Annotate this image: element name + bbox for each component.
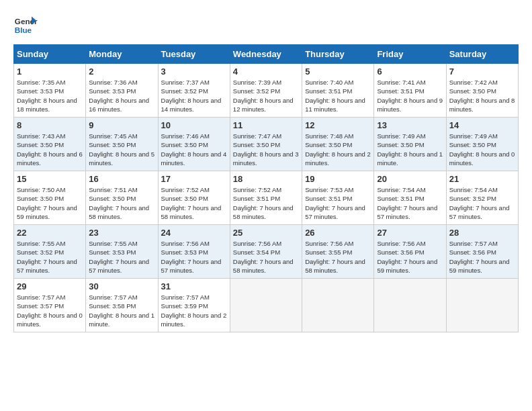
- day-number: 3: [161, 66, 227, 77]
- day-number: 31: [161, 281, 227, 291]
- day-info: Sunrise: 7:51 AMSunset: 3:50 PMDaylight:…: [89, 185, 154, 221]
- calendar-cell: 14Sunrise: 7:49 AMSunset: 3:50 PMDayligh…: [446, 118, 518, 171]
- calendar-cell: 9Sunrise: 7:45 AMSunset: 3:50 PMDaylight…: [86, 118, 158, 171]
- day-info: Sunrise: 7:57 AMSunset: 3:58 PMDaylight:…: [89, 293, 154, 328]
- day-number: 1: [17, 66, 83, 77]
- day-info: Sunrise: 7:37 AMSunset: 3:52 PMDaylight:…: [161, 78, 227, 113]
- day-number: 28: [449, 228, 515, 238]
- day-number: 7: [449, 66, 515, 77]
- calendar-cell: 3Sunrise: 7:37 AMSunset: 3:52 PMDaylight…: [158, 64, 230, 118]
- day-of-week-header: Sunday: [14, 45, 86, 64]
- calendar-cell: 6Sunrise: 7:41 AMSunset: 3:51 PMDaylight…: [374, 64, 446, 118]
- day-number: 18: [233, 174, 299, 184]
- day-number: 8: [17, 120, 83, 130]
- day-info: Sunrise: 7:40 AMSunset: 3:51 PMDaylight:…: [305, 78, 371, 113]
- calendar-cell: 7Sunrise: 7:42 AMSunset: 3:50 PMDaylight…: [446, 64, 518, 118]
- day-info: Sunrise: 7:56 AMSunset: 3:55 PMDaylight:…: [305, 239, 371, 275]
- day-info: Sunrise: 7:43 AMSunset: 3:50 PMDaylight:…: [17, 132, 83, 167]
- day-info: Sunrise: 7:36 AMSunset: 3:53 PMDaylight:…: [89, 78, 154, 113]
- calendar-cell: 2Sunrise: 7:36 AMSunset: 3:53 PMDaylight…: [86, 64, 158, 118]
- calendar-week-row: 1Sunrise: 7:35 AMSunset: 3:53 PMDaylight…: [14, 64, 519, 118]
- day-info: Sunrise: 7:55 AMSunset: 3:53 PMDaylight:…: [89, 239, 154, 275]
- calendar-cell: 22Sunrise: 7:55 AMSunset: 3:52 PMDayligh…: [14, 225, 86, 279]
- day-number: 5: [305, 66, 371, 77]
- day-info: Sunrise: 7:35 AMSunset: 3:53 PMDaylight:…: [17, 78, 83, 113]
- day-info: Sunrise: 7:49 AMSunset: 3:50 PMDaylight:…: [377, 132, 443, 167]
- calendar-cell: 19Sunrise: 7:53 AMSunset: 3:51 PMDayligh…: [302, 171, 374, 225]
- calendar-cell: [230, 279, 302, 332]
- day-info: Sunrise: 7:52 AMSunset: 3:50 PMDaylight:…: [161, 185, 227, 221]
- day-info: Sunrise: 7:57 AMSunset: 3:57 PMDaylight:…: [17, 293, 83, 328]
- calendar-cell: 21Sunrise: 7:54 AMSunset: 3:52 PMDayligh…: [446, 171, 518, 225]
- calendar-week-row: 8Sunrise: 7:43 AMSunset: 3:50 PMDaylight…: [14, 118, 519, 171]
- calendar-cell: 27Sunrise: 7:56 AMSunset: 3:56 PMDayligh…: [374, 225, 446, 279]
- calendar-body: 1Sunrise: 7:35 AMSunset: 3:53 PMDaylight…: [14, 64, 519, 332]
- calendar-cell: 17Sunrise: 7:52 AMSunset: 3:50 PMDayligh…: [158, 171, 230, 225]
- day-info: Sunrise: 7:55 AMSunset: 3:52 PMDaylight:…: [17, 239, 83, 275]
- day-number: 20: [377, 174, 443, 184]
- day-number: 6: [377, 66, 443, 77]
- day-info: Sunrise: 7:39 AMSunset: 3:52 PMDaylight:…: [233, 78, 299, 113]
- day-info: Sunrise: 7:57 AMSunset: 3:56 PMDaylight:…: [449, 239, 515, 275]
- calendar-week-row: 15Sunrise: 7:50 AMSunset: 3:50 PMDayligh…: [14, 171, 519, 225]
- day-info: Sunrise: 7:50 AMSunset: 3:50 PMDaylight:…: [17, 185, 83, 221]
- day-of-week-header: Friday: [374, 45, 446, 64]
- day-of-week-header: Monday: [86, 45, 158, 64]
- calendar-cell: 8Sunrise: 7:43 AMSunset: 3:50 PMDaylight…: [14, 118, 86, 171]
- calendar-cell: 29Sunrise: 7:57 AMSunset: 3:57 PMDayligh…: [14, 279, 86, 332]
- calendar-cell: [374, 279, 446, 332]
- day-number: 29: [17, 281, 83, 291]
- calendar-cell: 25Sunrise: 7:56 AMSunset: 3:54 PMDayligh…: [230, 225, 302, 279]
- calendar-cell: 23Sunrise: 7:55 AMSunset: 3:53 PMDayligh…: [86, 225, 158, 279]
- day-info: Sunrise: 7:56 AMSunset: 3:56 PMDaylight:…: [377, 239, 443, 275]
- day-info: Sunrise: 7:52 AMSunset: 3:51 PMDaylight:…: [233, 185, 299, 221]
- calendar-cell: 1Sunrise: 7:35 AMSunset: 3:53 PMDaylight…: [14, 64, 86, 118]
- calendar-week-row: 29Sunrise: 7:57 AMSunset: 3:57 PMDayligh…: [14, 279, 519, 332]
- logo-icon: General Blue: [13, 13, 38, 38]
- logo: General Blue: [13, 13, 38, 38]
- calendar-cell: 20Sunrise: 7:54 AMSunset: 3:51 PMDayligh…: [374, 171, 446, 225]
- day-info: Sunrise: 7:49 AMSunset: 3:50 PMDaylight:…: [449, 132, 515, 167]
- day-of-week-header: Wednesday: [230, 45, 302, 64]
- day-number: 15: [17, 174, 83, 184]
- calendar-table: SundayMondayTuesdayWednesdayThursdayFrid…: [13, 44, 519, 332]
- day-of-week-header: Tuesday: [158, 45, 230, 64]
- calendar-cell: 26Sunrise: 7:56 AMSunset: 3:55 PMDayligh…: [302, 225, 374, 279]
- day-info: Sunrise: 7:41 AMSunset: 3:51 PMDaylight:…: [377, 78, 443, 113]
- day-number: 30: [89, 281, 154, 291]
- calendar-cell: 11Sunrise: 7:47 AMSunset: 3:50 PMDayligh…: [230, 118, 302, 171]
- calendar-cell: 24Sunrise: 7:56 AMSunset: 3:53 PMDayligh…: [158, 225, 230, 279]
- day-of-week-header: Saturday: [446, 45, 518, 64]
- day-number: 19: [305, 174, 371, 184]
- day-number: 17: [161, 174, 227, 184]
- calendar-cell: 31Sunrise: 7:57 AMSunset: 3:59 PMDayligh…: [158, 279, 230, 332]
- day-number: 24: [161, 228, 227, 238]
- day-number: 2: [89, 66, 154, 77]
- svg-text:Blue: Blue: [15, 26, 32, 34]
- day-info: Sunrise: 7:56 AMSunset: 3:54 PMDaylight:…: [233, 239, 299, 275]
- day-of-week-header: Thursday: [302, 45, 374, 64]
- day-info: Sunrise: 7:56 AMSunset: 3:53 PMDaylight:…: [161, 239, 227, 275]
- calendar-cell: 28Sunrise: 7:57 AMSunset: 3:56 PMDayligh…: [446, 225, 518, 279]
- day-info: Sunrise: 7:42 AMSunset: 3:50 PMDaylight:…: [449, 78, 515, 113]
- calendar-cell: [446, 279, 518, 332]
- day-number: 23: [89, 228, 154, 238]
- calendar-cell: [302, 279, 374, 332]
- day-info: Sunrise: 7:54 AMSunset: 3:51 PMDaylight:…: [377, 185, 443, 221]
- calendar-cell: 5Sunrise: 7:40 AMSunset: 3:51 PMDaylight…: [302, 64, 374, 118]
- day-number: 10: [161, 120, 227, 130]
- day-info: Sunrise: 7:45 AMSunset: 3:50 PMDaylight:…: [89, 132, 154, 167]
- day-number: 22: [17, 228, 83, 238]
- day-info: Sunrise: 7:53 AMSunset: 3:51 PMDaylight:…: [305, 185, 371, 221]
- day-number: 13: [377, 120, 443, 130]
- day-number: 9: [89, 120, 154, 130]
- day-info: Sunrise: 7:46 AMSunset: 3:50 PMDaylight:…: [161, 132, 227, 167]
- page-header: General Blue: [13, 13, 519, 38]
- calendar-cell: 16Sunrise: 7:51 AMSunset: 3:50 PMDayligh…: [86, 171, 158, 225]
- calendar-cell: 13Sunrise: 7:49 AMSunset: 3:50 PMDayligh…: [374, 118, 446, 171]
- day-number: 12: [305, 120, 371, 130]
- calendar-cell: 10Sunrise: 7:46 AMSunset: 3:50 PMDayligh…: [158, 118, 230, 171]
- day-number: 26: [305, 228, 371, 238]
- calendar-week-row: 22Sunrise: 7:55 AMSunset: 3:52 PMDayligh…: [14, 225, 519, 279]
- calendar-cell: 12Sunrise: 7:48 AMSunset: 3:50 PMDayligh…: [302, 118, 374, 171]
